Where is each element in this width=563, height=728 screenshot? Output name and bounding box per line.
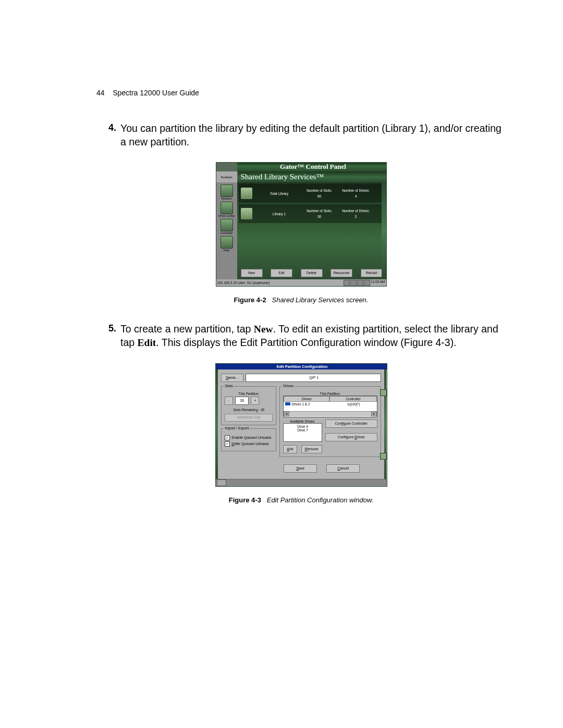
step-5-number: 5. bbox=[103, 323, 116, 349]
keyboard-icon[interactable] bbox=[217, 479, 226, 486]
checkbox-icon: ✓ bbox=[225, 435, 230, 440]
slots-minus-button[interactable]: - bbox=[225, 397, 233, 405]
add-button[interactable]: Add bbox=[283, 445, 297, 453]
slots-value[interactable]: 30 bbox=[235, 397, 249, 405]
sls-screenshot: Gator™ Control Panel Toolbars Shared Lib… bbox=[216, 162, 387, 287]
drives-this-partition-label: This Partition: bbox=[283, 392, 377, 396]
page-header: 44 Spectra 12000 User Guide bbox=[96, 89, 506, 97]
edit-keyword: Edit bbox=[138, 337, 156, 348]
scrollbar[interactable] bbox=[382, 182, 386, 279]
status-time: 11:00 AM bbox=[371, 280, 385, 286]
drive-icon bbox=[285, 402, 290, 405]
slots-plus-button[interactable]: + bbox=[251, 397, 259, 405]
slots-remaining-label: Slots Remaining: bbox=[233, 408, 259, 412]
tray-icon[interactable] bbox=[344, 280, 350, 286]
list-item[interactable]: Drive 4 bbox=[285, 425, 320, 428]
row-label: Total Library bbox=[258, 192, 301, 195]
slots-fieldset: Slots This Partition: - 30 + Slots Remai… bbox=[221, 386, 276, 425]
available-drives-label: Available Drives: bbox=[283, 419, 322, 423]
sls-subtitle: Shared Library Services™ bbox=[238, 171, 324, 182]
guide-title: Spectra 12000 User Guide bbox=[113, 89, 199, 97]
delete-button[interactable]: Delete bbox=[301, 269, 323, 277]
step-4: 4. You can partition the library by edit… bbox=[103, 122, 506, 149]
figure-4-2-caption: Figure 4-2 Shared Library Services scree… bbox=[96, 296, 506, 304]
library-icon bbox=[241, 188, 252, 199]
name-input[interactable]: QIP 1 bbox=[246, 374, 381, 382]
sidebar-item-partition[interactable]: Partition bbox=[218, 183, 235, 200]
tray-icon[interactable] bbox=[357, 280, 363, 286]
cartridge-icon bbox=[380, 389, 387, 396]
defer-queued-unloads-checkbox[interactable]: ✓ Defer Queued Unloads bbox=[225, 441, 273, 447]
toolbars-button[interactable]: Toolbars bbox=[216, 171, 238, 182]
step-4-text: You can partition the library by editing… bbox=[120, 122, 506, 149]
enable-queued-unloads-checkbox[interactable]: ✓ Enable Queued Unloads bbox=[225, 435, 273, 440]
horizontal-scrollbar[interactable]: ◂▸ bbox=[284, 411, 377, 416]
step-5: 5. To create a new partition, tap New. T… bbox=[103, 323, 506, 349]
sidebar-item-drive-config[interactable]: Drive Config bbox=[218, 201, 235, 217]
new-keyword: New bbox=[254, 324, 273, 335]
tray-icon[interactable] bbox=[364, 280, 370, 286]
step-4-number: 4. bbox=[103, 122, 116, 149]
save-button[interactable]: Save bbox=[284, 464, 317, 473]
drive-config-icon bbox=[221, 202, 233, 214]
configure-drives-button[interactable]: Configure Drives bbox=[325, 433, 377, 441]
controller-icon bbox=[221, 219, 233, 231]
help-icon bbox=[221, 236, 233, 249]
resources-button[interactable]: Resources bbox=[331, 269, 352, 277]
edit-partition-screenshot: Edit Partition Configuration Name... QIP… bbox=[215, 363, 387, 487]
sidebar-item-controller[interactable]: Controller bbox=[218, 218, 235, 235]
drives-table[interactable]: Drives Controller Drives 1 & 2 sq1b0(*) … bbox=[283, 396, 377, 417]
cancel-button[interactable]: Cancel bbox=[326, 464, 360, 473]
page-number: 44 bbox=[96, 89, 105, 97]
library-row-total[interactable]: Total Library Number of Slots:60 Number … bbox=[239, 184, 385, 203]
configure-controller-button[interactable]: Configure Controller bbox=[325, 419, 377, 428]
sidebar: Partition Drive Config Controller Help bbox=[216, 182, 237, 279]
remove-button[interactable]: Remove bbox=[301, 445, 322, 453]
slots-remaining-value: 45 bbox=[261, 408, 264, 412]
partition-icon bbox=[221, 184, 233, 197]
tray-icon[interactable] bbox=[350, 280, 357, 286]
list-item[interactable]: Drive 7 bbox=[285, 428, 320, 432]
this-partition-label: This Partition: bbox=[225, 392, 273, 396]
checkbox-icon: ✓ bbox=[225, 441, 230, 447]
col-drives: Drives bbox=[284, 396, 329, 402]
advanced-slot-button[interactable]: Advanced Slot bbox=[225, 414, 273, 422]
edit-button[interactable]: Edit bbox=[271, 269, 292, 277]
drives-fieldset: Drives This Partition: Drives Controller… bbox=[279, 386, 381, 457]
cartridge-icon bbox=[380, 453, 387, 460]
bottom-bar bbox=[216, 479, 387, 486]
row-label: Library 1 bbox=[258, 212, 301, 216]
status-bar: 192.168.3.15 User: SU (superuser) 11:00 … bbox=[216, 279, 386, 286]
status-left: 192.168.3.15 User: SU (superuser) bbox=[217, 281, 270, 285]
library-row-1[interactable]: Library 1 Number of Slots:30 Number of D… bbox=[239, 204, 385, 223]
rebuild-button[interactable]: Rebuild bbox=[361, 269, 383, 277]
name-button[interactable]: Name... bbox=[221, 374, 243, 382]
dialog-title: Edit Partition Configuration bbox=[216, 364, 387, 369]
sidebar-item-help[interactable]: Help bbox=[218, 235, 235, 252]
new-button[interactable]: New bbox=[241, 269, 263, 277]
table-row[interactable]: Drives 1 & 2 sq1b0(*) bbox=[284, 402, 377, 406]
available-drives-list[interactable]: Drive 4 Drive 7 bbox=[283, 423, 322, 442]
right-rail[interactable] bbox=[384, 369, 387, 479]
gator-title: Gator™ Control Panel bbox=[216, 163, 386, 171]
step-5-text: To create a new partition, tap New. To e… bbox=[120, 323, 506, 349]
import-export-fieldset: Import / Export ✓ Enable Queued Unloads … bbox=[221, 428, 276, 451]
library-icon bbox=[241, 208, 252, 219]
col-controller: Controller bbox=[329, 396, 377, 402]
figure-4-3-caption: Figure 4-3 Edit Partition Configuration … bbox=[96, 496, 506, 504]
